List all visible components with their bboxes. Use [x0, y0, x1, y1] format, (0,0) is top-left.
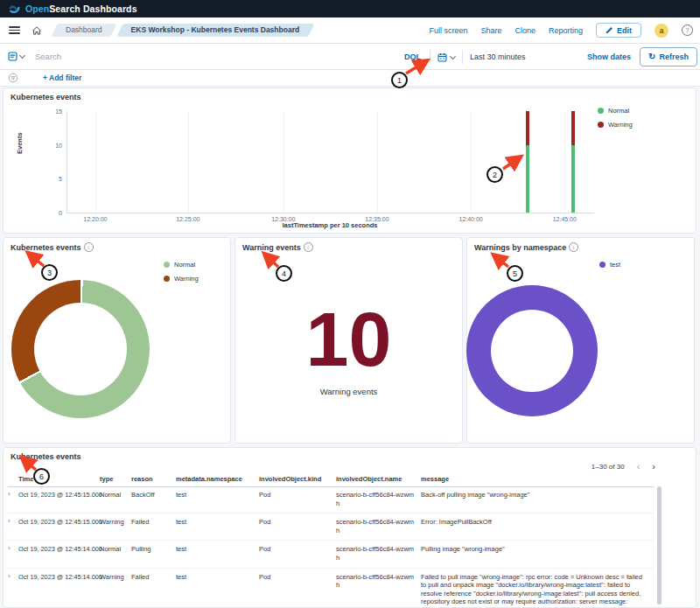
home-icon[interactable]	[32, 25, 42, 36]
column-header-type[interactable]: type	[100, 475, 131, 483]
panel-kubernetes-events-donut: Kubernetes eventsi Normal Warning	[3, 237, 231, 444]
column-header-message[interactable]: message	[421, 475, 654, 483]
timeline-bar[interactable]	[526, 111, 529, 213]
namespace-donut-chart[interactable]	[466, 285, 598, 416]
info-icon[interactable]: i	[569, 242, 578, 252]
search-input[interactable]	[33, 51, 264, 62]
events-table-body: ›Oct 19, 2023 @ 12:45:15.000NormalBackOf…	[8, 486, 654, 608]
timeline-bar[interactable]	[571, 111, 575, 213]
opensearch-logo-icon	[9, 3, 20, 15]
cell-time: Oct 19, 2023 @ 12:45:15.000	[18, 518, 100, 535]
row-expand-icon[interactable]: ›	[8, 545, 18, 562]
edit-button[interactable]: Edit	[596, 23, 641, 38]
table-row: ›Oct 19, 2023 @ 12:45:15.000NormalBackOf…	[8, 486, 654, 514]
column-header-time[interactable]: Time	[18, 475, 100, 483]
panel-title[interactable]: Warnings by namespacei	[474, 242, 578, 252]
column-header-kind[interactable]: involvedObject.kind	[259, 475, 336, 483]
info-icon[interactable]: i	[84, 242, 94, 252]
legend-item-warning[interactable]: Warning	[164, 275, 199, 283]
show-dates-button[interactable]: Show dates	[587, 52, 631, 61]
normal-dot-icon	[598, 108, 604, 114]
donut-hole	[491, 310, 573, 392]
bar-segment-warning	[571, 111, 575, 145]
clone-link[interactable]: Clone	[514, 26, 536, 35]
row-expand-icon[interactable]: ›	[8, 573, 18, 608]
share-link[interactable]: Share	[480, 26, 501, 35]
avatar[interactable]: a	[654, 24, 668, 38]
legend-item-normal[interactable]: Normal	[598, 107, 633, 115]
query-bar: DQL Last 30 minutes Show dates ↻ Refresh	[0, 44, 700, 70]
cell-kind: Pod	[259, 518, 336, 535]
cell-kind: Pod	[259, 545, 336, 562]
breadcrumb-current-dashboard[interactable]: EKS Workshop - Kubernetes Events Dashboa…	[120, 24, 312, 37]
row-expand-icon[interactable]: ›	[8, 491, 18, 507]
column-header-reason[interactable]: reason	[131, 475, 176, 483]
y-tick: 10	[46, 143, 62, 149]
y-tick: 5	[46, 176, 62, 182]
cell-message: Failed to pull image "wrong-image": rpc …	[421, 573, 654, 608]
donut-hole	[34, 303, 127, 395]
cell-namespace: test	[176, 573, 259, 608]
help-icon[interactable]: ?	[682, 24, 693, 36]
calendar-icon	[438, 52, 447, 62]
dql-button[interactable]: DQL	[396, 52, 430, 61]
table-scrollbar[interactable]	[657, 486, 662, 605]
panel-title[interactable]: Kubernetes events	[10, 452, 81, 461]
panel-kubernetes-events-timeline: Kubernetes events Events 0 5 10 15 12:20…	[3, 87, 696, 234]
reporting-link[interactable]: Reporting	[549, 26, 583, 35]
column-header-namespace[interactable]: metadata.namespace	[176, 475, 259, 483]
y-tick: 15	[46, 108, 62, 115]
panel-warning-events-metric: Warning eventsi 10 Warning events	[234, 237, 463, 444]
y-axis-title: Events	[16, 132, 24, 154]
cell-kind: Pod	[259, 573, 336, 608]
filter-icon[interactable]	[8, 73, 18, 83]
annotation-circle-5: 5	[507, 265, 523, 282]
table-row: ›Oct 19, 2023 @ 12:45:14.000NormalPullin…	[8, 541, 654, 568]
cell-namespace: test	[176, 518, 259, 535]
cell-name: scenario-b-cff56c84-wzwmh	[336, 518, 421, 535]
pencil-icon	[606, 26, 613, 34]
cell-reason: Failed	[131, 518, 176, 535]
gridline	[95, 111, 96, 213]
warning-count-label: Warning events	[235, 387, 462, 396]
chevron-right-icon[interactable]: ›	[652, 462, 655, 472]
menu-icon[interactable]	[9, 26, 20, 34]
query-icon	[8, 52, 18, 61]
chevron-down-icon	[19, 52, 25, 59]
full-screen-link[interactable]: Full screen	[429, 26, 467, 35]
legend-item-test[interactable]: test	[599, 261, 620, 269]
chevron-left-icon[interactable]: ‹	[637, 462, 640, 472]
saved-query-menu-icon[interactable]	[8, 52, 24, 61]
table-row: ›Oct 19, 2023 @ 12:45:15.000WarningFaile…	[8, 514, 654, 541]
annotation-circle-2: 2	[486, 166, 503, 183]
time-range-value[interactable]: Last 30 minutes	[463, 52, 526, 61]
cell-time: Oct 19, 2023 @ 12:45:15.000	[18, 491, 100, 507]
annotation-circle-1: 1	[391, 72, 408, 88]
column-header-name[interactable]: involvedObject.name	[336, 475, 421, 483]
legend-item-warning[interactable]: Warning	[598, 121, 633, 129]
add-filter-button[interactable]: + Add filter	[43, 73, 81, 82]
warning-dot-icon	[598, 122, 604, 128]
annotation-circle-6: 6	[33, 468, 50, 485]
panel-title[interactable]: Warning eventsi	[242, 242, 313, 252]
breadcrumb-dashboard[interactable]: Dashboard	[54, 24, 114, 37]
row-expand-icon[interactable]: ›	[8, 518, 18, 535]
gridline	[284, 111, 284, 213]
cell-type: Normal	[100, 491, 131, 507]
x-axis-title: lastTimestamp per 10 seconds	[66, 221, 593, 229]
gridline	[564, 111, 565, 213]
filter-bar: + Add filter	[0, 70, 700, 87]
cell-type: Warning	[100, 573, 131, 608]
cell-message: Error: ImagePullBackOff	[421, 518, 654, 535]
gridline	[188, 111, 189, 213]
top-app-bar: OpenSearch Dashboards	[0, 0, 700, 17]
date-picker-button[interactable]	[430, 52, 462, 62]
info-icon[interactable]: i	[304, 242, 313, 252]
panel-title[interactable]: Kubernetes events	[10, 93, 81, 101]
legend-item-normal[interactable]: Normal	[164, 261, 199, 269]
events-donut-chart[interactable]	[11, 280, 150, 418]
cell-namespace: test	[176, 491, 259, 507]
table-row: ›Oct 19, 2023 @ 12:45:14.000WarningFaile…	[8, 569, 654, 608]
refresh-button[interactable]: ↻ Refresh	[640, 47, 697, 66]
panel-title[interactable]: Kubernetes eventsi	[10, 242, 94, 252]
